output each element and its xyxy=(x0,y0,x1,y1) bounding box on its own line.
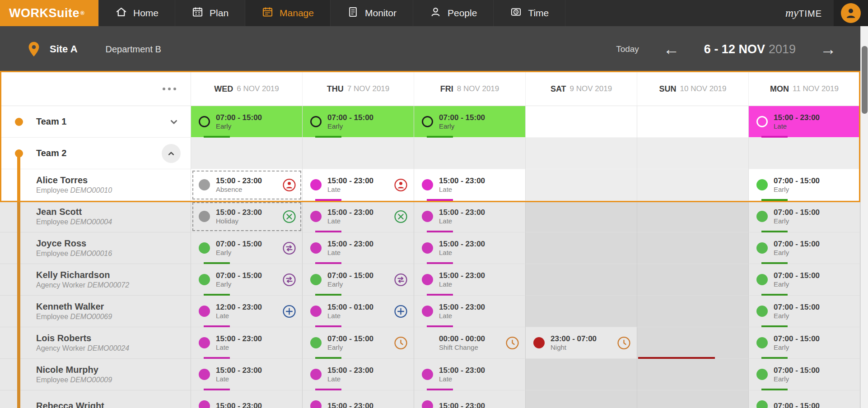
shift-time-label: 07:00 - 15:00 xyxy=(774,366,820,375)
shift-cell[interactable]: 15:00 - 23:00Late xyxy=(414,264,526,296)
employee-name-cell[interactable]: Lois RobertsAgency Worker DEMO00024 xyxy=(0,327,191,359)
shift-cell[interactable]: 15:00 - 23:00Late xyxy=(303,169,414,201)
shift-cell[interactable]: 15:00 - 23:00Late xyxy=(303,359,414,390)
empty-cell[interactable] xyxy=(303,138,414,169)
avatar-container xyxy=(834,0,868,26)
shift-cell[interactable]: 15:00 - 23:00Late xyxy=(414,359,526,390)
shift-cell[interactable]: 07:00 - 15:00Early xyxy=(303,327,414,359)
shift-cell[interactable]: 00:00 - 00:00Shift Change xyxy=(414,327,526,359)
nav-item-manage[interactable]: Manage xyxy=(245,0,330,26)
shift-cell[interactable]: 15:00 - 23:00 xyxy=(191,390,303,408)
shift-cell[interactable]: 15:00 - 01:00Late xyxy=(303,296,414,327)
shift-type-label: Late xyxy=(327,217,373,225)
day-name: WED xyxy=(214,84,233,94)
shift-text: 07:00 - 15:00Early xyxy=(327,113,373,130)
expand-chevron-icon[interactable] xyxy=(167,115,181,129)
scrollbar-thumb[interactable] xyxy=(862,46,868,114)
empty-cell[interactable] xyxy=(637,327,749,359)
shift-cell[interactable]: 15:00 - 23:00Late xyxy=(303,201,414,232)
empty-cell[interactable] xyxy=(749,138,860,169)
employee-name-cell[interactable]: Kenneth WalkerEmployee DEMO00069 xyxy=(0,296,191,327)
empty-cell[interactable] xyxy=(637,359,749,390)
employee-name-cell[interactable]: Joyce RossEmployee DEMO00016 xyxy=(0,232,191,264)
brand-logo[interactable]: WORKSuite® xyxy=(0,0,98,26)
empty-cell[interactable] xyxy=(191,138,303,169)
empty-cell[interactable] xyxy=(526,106,637,138)
shift-cell[interactable]: 07:00 - 15:00Early xyxy=(191,264,303,296)
empty-cell[interactable] xyxy=(526,232,637,264)
shift-type-label: Late xyxy=(216,375,262,383)
team-header-cell[interactable]: Team 2 xyxy=(0,138,191,169)
empty-cell[interactable] xyxy=(637,264,749,296)
shift-cell[interactable]: 07:00 - 15:00 xyxy=(749,390,860,408)
employee-name-cell[interactable]: Alice TorresEmployee DEMO00010 xyxy=(0,169,191,201)
shift-cell[interactable]: 07:00 - 15:00Early xyxy=(749,169,860,201)
shift-cell[interactable]: 07:00 - 15:00Early xyxy=(749,327,860,359)
date-navigation: Today ← 6 - 12 NOV2019 → xyxy=(616,41,868,57)
shift-cell[interactable]: 15:00 - 23:00Late xyxy=(414,169,526,201)
empty-cell[interactable] xyxy=(637,390,749,408)
shift-cell[interactable]: 15:00 - 23:00Late xyxy=(303,232,414,264)
shift-text: 15:00 - 23:00Late xyxy=(216,334,262,352)
shift-cell[interactable]: 15:00 - 23:00Holiday xyxy=(191,201,303,232)
empty-cell[interactable] xyxy=(526,138,637,169)
nav-item-time[interactable]: Time xyxy=(493,0,565,26)
shift-cell[interactable]: 12:00 - 23:00Late xyxy=(191,296,303,327)
shift-status-dot xyxy=(199,337,210,348)
nav-item-monitor[interactable]: Monitor xyxy=(330,0,413,26)
shift-cell[interactable]: 15:00 - 23:00Absence xyxy=(191,169,303,201)
shift-cell[interactable]: 15:00 - 23:00Late xyxy=(414,296,526,327)
empty-cell[interactable] xyxy=(637,106,749,138)
empty-cell[interactable] xyxy=(637,138,749,169)
vertical-scrollbar[interactable] xyxy=(860,26,868,408)
empty-cell[interactable] xyxy=(526,390,637,408)
nav-item-plan[interactable]: Plan xyxy=(175,0,245,26)
shift-cell[interactable]: 15:00 - 23:00 xyxy=(414,390,526,408)
shift-cell[interactable]: 15:00 - 23:00Late xyxy=(191,359,303,390)
nav-item-people[interactable]: People xyxy=(413,0,493,26)
empty-cell[interactable] xyxy=(526,359,637,390)
empty-cell[interactable] xyxy=(637,201,749,232)
today-button[interactable]: Today xyxy=(616,44,639,54)
empty-cell[interactable] xyxy=(526,201,637,232)
ellipsis-icon[interactable] xyxy=(162,84,177,94)
empty-cell[interactable] xyxy=(526,169,637,201)
shift-cell[interactable]: 07:00 - 15:00Early xyxy=(191,106,303,138)
shift-cell[interactable]: 15:00 - 23:00Late xyxy=(414,232,526,264)
shift-text: 07:00 - 15:00Early xyxy=(327,334,373,352)
empty-cell[interactable] xyxy=(637,296,749,327)
empty-cell[interactable] xyxy=(414,138,526,169)
user-avatar-icon[interactable] xyxy=(841,3,861,23)
next-week-arrow-icon[interactable]: → xyxy=(820,41,836,57)
employee-name-cell[interactable]: Kelly RichardsonAgency Worker DEMO00072 xyxy=(0,264,191,296)
shift-cell[interactable]: 07:00 - 15:00Early xyxy=(191,232,303,264)
shift-status-dot xyxy=(310,337,322,348)
empty-cell[interactable] xyxy=(526,296,637,327)
collapse-chevron-icon[interactable] xyxy=(162,144,181,163)
previous-week-arrow-icon[interactable]: ← xyxy=(663,41,680,57)
empty-cell[interactable] xyxy=(637,169,749,201)
shift-type-label: Late xyxy=(327,249,373,257)
shift-cell[interactable]: 15:00 - 23:00 xyxy=(303,390,414,408)
empty-cell[interactable] xyxy=(637,232,749,264)
shift-cell[interactable]: 07:00 - 15:00Early xyxy=(303,106,414,138)
shift-cell[interactable]: 07:00 - 15:00Early xyxy=(749,359,860,390)
shift-cell[interactable]: 15:00 - 23:00Late xyxy=(414,201,526,232)
shift-cell[interactable]: 07:00 - 15:00Early xyxy=(749,232,860,264)
nav-item-home[interactable]: Home xyxy=(98,0,175,26)
shift-cell[interactable]: 15:00 - 23:00Late xyxy=(749,106,860,138)
shift-cell[interactable]: 07:00 - 15:00Early xyxy=(749,296,860,327)
employee-name-cell[interactable]: Rebecca Wright xyxy=(0,390,191,408)
shift-cell[interactable]: 07:00 - 15:00Early xyxy=(303,264,414,296)
schedule-grid: Team 107:00 - 15:00Early07:00 - 15:00Ear… xyxy=(0,106,868,408)
shift-cell[interactable]: 23:00 - 07:00Night xyxy=(526,327,637,359)
empty-cell[interactable] xyxy=(526,264,637,296)
team-header-cell[interactable]: Team 1 xyxy=(0,106,191,138)
shift-cell[interactable]: 15:00 - 23:00Late xyxy=(191,327,303,359)
shift-cell[interactable]: 07:00 - 15:00Early xyxy=(749,264,860,296)
shift-cell[interactable]: 07:00 - 15:00Early xyxy=(414,106,526,138)
holiday-cancelled-icon xyxy=(282,209,296,223)
employee-name-cell[interactable]: Jean ScottEmployee DEMO00004 xyxy=(0,201,191,232)
shift-cell[interactable]: 07:00 - 15:00Early xyxy=(749,201,860,232)
employee-name-cell[interactable]: Nicole MurphyEmployee DEMO00009 xyxy=(0,359,191,390)
